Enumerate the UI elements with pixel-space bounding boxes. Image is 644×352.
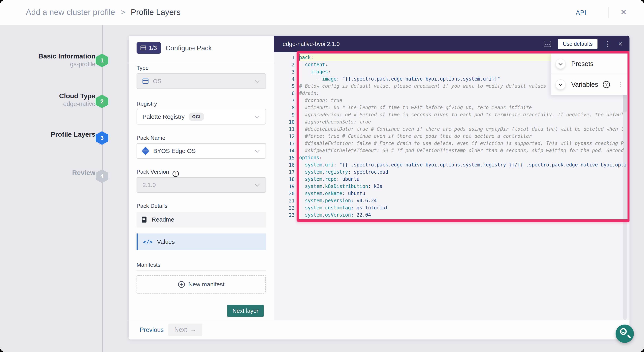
pack-step-badge: 1/3 [136, 42, 161, 54]
next-layer-button[interactable]: Next layer [227, 305, 264, 317]
presets-row[interactable]: Presets [551, 54, 627, 74]
chevron-down-icon [255, 148, 260, 153]
page-title: Profile Layers [131, 8, 181, 17]
chevron-down-icon [255, 114, 260, 119]
variables-label: Variables [571, 81, 598, 88]
configure-pack-title: Configure Pack [166, 44, 212, 52]
new-manifest-button[interactable]: + New manifest [136, 275, 266, 293]
editor-body: 1234567891011121314151617181920212223 pa… [274, 52, 630, 320]
info-icon[interactable]: i [172, 171, 179, 177]
stepper-line [102, 25, 103, 352]
pack-name-select[interactable]: BYOS Edge OS [136, 143, 266, 159]
help-icon[interactable]: ? [603, 81, 610, 88]
code-gutter: 1234567891011121314151617181920212223 [274, 54, 294, 219]
editor-title: edge-native-byoi 2.1.0 [283, 41, 340, 47]
editor-close-icon[interactable]: ✕ [618, 41, 623, 47]
search-fab-button[interactable] [616, 324, 634, 343]
editor-kebab-icon[interactable]: ⋮ [604, 40, 612, 48]
registry-select[interactable]: Palette Registry OCI [136, 109, 266, 125]
values-tab[interactable]: </> Values [136, 233, 266, 250]
editor-header: edge-native-byoi 2.1.0 Use defaults ⋮ ✕ [274, 36, 630, 52]
next-button[interactable]: Next → [168, 323, 202, 336]
step-title: Cloud Type [24, 92, 96, 100]
variables-chevron-icon[interactable] [555, 79, 566, 90]
step-title: Profile Layers [24, 130, 96, 138]
breadcrumb: Add a new cluster profile > Profile Laye… [26, 8, 180, 17]
main-card: 1/3 Configure Pack Type OS Registry Pale… [128, 36, 630, 339]
type-select[interactable]: OS [136, 73, 266, 89]
registry-label: Registry [136, 101, 157, 107]
chevron-down-icon [255, 78, 260, 83]
chevron-down-icon [255, 182, 260, 187]
pack-icon [140, 46, 146, 50]
manifests-label: Manifests [136, 262, 160, 268]
arrow-right-icon: → [190, 326, 196, 333]
step-badge-1[interactable]: 1 [96, 54, 108, 67]
step-title: Basic Information [24, 52, 96, 60]
document-icon [142, 217, 146, 223]
registry-value: Palette Registry [142, 113, 185, 120]
split-view-icon[interactable] [544, 41, 551, 47]
step-badge-3[interactable]: 3 [96, 131, 108, 145]
step-subtitle: gs-profile [24, 60, 96, 68]
type-label: Type [136, 65, 149, 71]
configure-pack-panel: 1/3 Configure Pack Type OS Registry Pale… [128, 36, 274, 320]
top-header: Add a new cluster profile > Profile Laye… [0, 0, 644, 25]
readme-tab[interactable]: Readme [136, 212, 266, 227]
new-manifest-label: New manifest [188, 281, 224, 288]
pack-step-count: 1/3 [149, 45, 157, 51]
previous-button[interactable]: Previous [140, 326, 164, 333]
api-link[interactable]: API [576, 9, 586, 16]
step-subtitle: edge-native [24, 100, 96, 108]
pack-name-label: Pack Name [136, 135, 165, 141]
header-divider [608, 7, 609, 18]
pack-version-select[interactable]: 2.1.0 [136, 177, 266, 193]
breadcrumb-separator: > [120, 8, 125, 17]
presets-variables-panel: Presets Variables ? ⋮ [551, 54, 627, 95]
next-label: Next [174, 326, 187, 333]
pack-name-value: BYOS Edge OS [153, 148, 196, 154]
pack-details-label: Pack Details [136, 203, 168, 209]
values-label: Values [157, 238, 175, 245]
step-badge-4[interactable]: 4 [96, 169, 108, 183]
close-icon[interactable]: ✕ [620, 8, 627, 17]
oci-badge: OCI [189, 113, 204, 121]
app-window: Add a new cluster profile > Profile Laye… [0, 0, 644, 352]
configure-pack-header: 1/3 Configure Pack [128, 36, 274, 63]
step-badge-2[interactable]: 2 [96, 95, 108, 108]
use-defaults-button[interactable]: Use defaults [558, 39, 597, 49]
type-value: OS [153, 78, 162, 85]
pack-version-label: Pack Versioni [136, 169, 179, 177]
variables-row[interactable]: Variables ? ⋮ [551, 74, 627, 95]
readme-label: Readme [152, 216, 174, 223]
pack-version-value: 2.1.0 [142, 182, 156, 188]
presets-chevron-icon[interactable] [555, 59, 566, 69]
step-title: Review [24, 169, 96, 177]
presets-label: Presets [571, 60, 594, 68]
manifests-divider [136, 270, 266, 271]
plus-icon: + [178, 281, 185, 288]
pack-values-editor: edge-native-byoi 2.1.0 Use defaults ⋮ ✕ … [274, 36, 630, 320]
code-icon: </> [143, 239, 153, 245]
os-type-icon [142, 79, 148, 84]
byos-logo-icon [141, 147, 150, 155]
breadcrumb-parent-link[interactable]: Add a new cluster profile [26, 8, 115, 17]
wizard-footer: Previous Next → [128, 320, 630, 339]
variables-kebab-icon[interactable]: ⋮ [618, 83, 624, 86]
